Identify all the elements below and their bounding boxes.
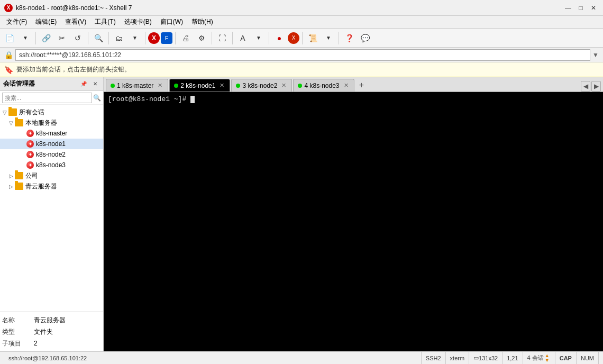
tree-server-node1-label: k8s-node1 xyxy=(36,140,66,148)
tab-nav-right-button[interactable]: ▶ xyxy=(591,81,601,92)
terminal-area[interactable]: [root@k8s-node1 ~]# xyxy=(104,92,603,351)
tree-group-qingyun-label: 青云服务器 xyxy=(25,182,57,191)
address-dropdown-arrow[interactable]: ▼ xyxy=(592,51,599,59)
lock-icon: 🔒 xyxy=(4,51,13,59)
status-dimensions-text: 131x32 xyxy=(479,355,498,361)
tree-toggle-company[interactable]: ▷ xyxy=(7,173,15,179)
menu-file[interactable]: 文件(F) xyxy=(2,16,31,28)
tab-dot-node1 xyxy=(174,84,178,88)
properties-button[interactable]: ⚙ xyxy=(194,31,209,46)
server-icon-node2: ✦ xyxy=(26,151,34,158)
prop-value-name: 青云服务器 xyxy=(34,316,66,325)
tree-toggle-qingyun[interactable]: ▷ xyxy=(7,184,15,189)
tab-k8s-node2[interactable]: 3 k8s-node2 ✕ xyxy=(231,79,292,92)
tree-group-qingyun[interactable]: ▷ 青云服务器 xyxy=(0,181,103,192)
status-dimensions: ▭ 131x32 xyxy=(469,352,502,364)
toolbar-separator-5 xyxy=(175,32,176,44)
folder-icon-company xyxy=(15,172,23,179)
tree-server-k8s-node1[interactable]: ✦ k8s-node1 xyxy=(0,139,103,149)
right-pane: 1 k8s-master ✕ 2 k8s-node1 ✕ 3 k8s-node2… xyxy=(104,77,603,351)
color-button[interactable]: ● xyxy=(272,31,287,46)
sidebar-title: 会话管理器 xyxy=(3,79,77,88)
session-manager-dropdown[interactable]: ▼ xyxy=(127,31,142,46)
prop-label-children: 子项目 xyxy=(2,339,34,348)
tree-root-item[interactable]: ▽ 所有会话 xyxy=(0,107,103,117)
sidebar-close-button[interactable]: ✕ xyxy=(90,79,100,89)
tab-close-node3[interactable]: ✕ xyxy=(344,82,349,89)
tab-k8s-node1[interactable]: 2 k8s-node1 ✕ xyxy=(169,79,230,92)
tree-toggle-local[interactable]: ▽ xyxy=(7,120,15,126)
status-num-text: NUM xyxy=(581,355,594,361)
tab-close-master[interactable]: ✕ xyxy=(158,82,162,89)
prop-value-type: 文件夹 xyxy=(34,327,53,336)
xmanager-button[interactable]: X xyxy=(288,32,299,44)
new-terminal-button[interactable]: X xyxy=(148,32,160,44)
font-dropdown[interactable]: ▼ xyxy=(251,31,266,46)
script-dropdown[interactable]: ▼ xyxy=(321,31,336,46)
toolbar-separator-2 xyxy=(88,32,88,44)
new-session-dropdown[interactable]: ▼ xyxy=(18,31,33,46)
status-cursor-text: 1,21 xyxy=(507,355,518,361)
toolbar: 📄 ▼ 🔗 ✂ ↺ 🔍 🗂 ▼ X F 🖨 ⚙ ⛶ A ▼ ● X 📜 ▼ ❓ … xyxy=(0,29,603,48)
disconnect-button[interactable]: ✂ xyxy=(54,31,69,46)
window-controls: — □ ✕ xyxy=(563,3,599,13)
menu-view[interactable]: 查看(V) xyxy=(61,16,90,28)
tree-group-local-label: 本地服务器 xyxy=(25,119,57,128)
tree-group-company[interactable]: ▷ 公司 xyxy=(0,170,103,181)
window-title: k8s-node1 - root@k8s-node1:~ - Xshell 7 xyxy=(16,4,563,12)
menu-help[interactable]: 帮助(H) xyxy=(187,16,217,28)
help-button[interactable]: ❓ xyxy=(342,31,357,46)
session-tree: ▽ 所有会话 ▽ 本地服务器 ✦ k8s-master ✦ k8s-node1 xyxy=(0,105,103,312)
prop-row-name: 名称 青云服务器 xyxy=(2,314,101,326)
toolbar-separator-10 xyxy=(339,32,339,44)
address-bar: 🔒 ▼ xyxy=(0,48,603,62)
app-icon: X xyxy=(4,4,13,12)
reconnect-button[interactable]: ↺ xyxy=(70,31,85,46)
xftp-button[interactable]: F xyxy=(161,32,172,44)
close-button[interactable]: ✕ xyxy=(588,3,599,13)
add-tab-button[interactable]: + xyxy=(355,79,368,92)
minimize-button[interactable]: — xyxy=(563,3,573,13)
session-manager-button[interactable]: 🗂 xyxy=(112,31,126,46)
tree-group-local[interactable]: ▽ 本地服务器 xyxy=(0,117,103,128)
search-button[interactable]: 🔍 xyxy=(91,31,106,46)
folder-icon xyxy=(8,108,17,116)
sidebar-pin-button[interactable]: 📌 xyxy=(79,79,88,89)
folder-icon-qingyun xyxy=(15,183,23,190)
properties-panel: 名称 青云服务器 类型 文件夹 子项目 2 xyxy=(0,312,103,351)
address-input[interactable] xyxy=(15,49,590,61)
tree-server-node2-label: k8s-node2 xyxy=(36,151,66,158)
menu-window[interactable]: 窗口(W) xyxy=(156,16,187,28)
menu-tools[interactable]: 工具(T) xyxy=(90,16,120,28)
tree-server-k8s-node2[interactable]: ✦ k8s-node2 xyxy=(0,149,103,160)
tab-close-node1[interactable]: ✕ xyxy=(220,82,224,89)
menu-tabs[interactable]: 选项卡(B) xyxy=(120,16,156,28)
status-connection: ssh://root@192.168.65.101:22 xyxy=(4,352,422,364)
status-sessions: 4 会话 ▲ ▼ xyxy=(523,352,555,364)
toolbar-separator-1 xyxy=(35,32,36,44)
tree-toggle-root[interactable]: ▽ xyxy=(1,110,8,115)
fullscreen-button[interactable]: ⛶ xyxy=(215,31,230,46)
tab-nav-left-button[interactable]: ◀ xyxy=(581,81,590,92)
new-session-button[interactable]: 📄 xyxy=(2,31,17,46)
title-bar: X k8s-node1 - root@k8s-node1:~ - Xshell … xyxy=(0,0,603,16)
tab-close-node2[interactable]: ✕ xyxy=(281,82,286,89)
sidebar-search-input[interactable] xyxy=(2,93,92,103)
status-cap-text: CAP xyxy=(560,355,572,361)
sidebar: 会话管理器 📌 ✕ 🔍 ▽ 所有会话 ▽ 本地服务器 ✦ xyxy=(0,77,104,351)
script-button[interactable]: 📜 xyxy=(305,31,320,46)
print-button[interactable]: 🖨 xyxy=(178,31,193,46)
font-button[interactable]: A xyxy=(235,31,250,46)
tab-k8s-master[interactable]: 1 k8s-master ✕ xyxy=(106,79,168,92)
connect-button[interactable]: 🔗 xyxy=(39,31,53,46)
hint-text: 要添加当前会话，点击左侧的箭头按钮。 xyxy=(16,65,131,74)
tree-root-label: 所有会话 xyxy=(19,108,44,117)
status-bar: ssh://root@192.168.65.101:22 SSH2 xterm … xyxy=(0,351,603,364)
prop-value-children: 2 xyxy=(34,340,38,347)
tree-server-k8s-node3[interactable]: ✦ k8s-node3 xyxy=(0,160,103,170)
tree-server-k8s-master[interactable]: ✦ k8s-master xyxy=(0,128,103,139)
update-button[interactable]: 💬 xyxy=(358,31,372,46)
tab-k8s-node3[interactable]: 4 k8s-node3 ✕ xyxy=(293,79,354,92)
menu-edit[interactable]: 编辑(E) xyxy=(31,16,61,28)
maximize-button[interactable]: □ xyxy=(575,3,586,13)
